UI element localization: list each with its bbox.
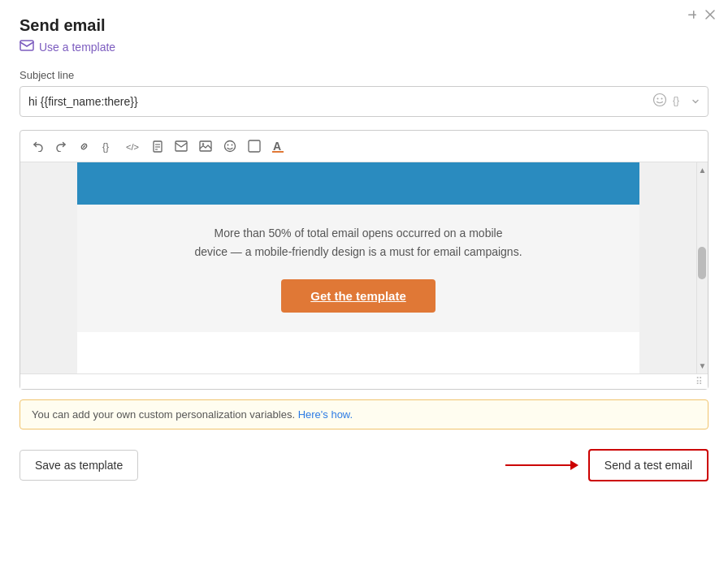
- email-blue-header: [77, 162, 639, 205]
- modal-content: Send email Use a template Subject line: [0, 0, 728, 498]
- editor-resize-handle[interactable]: ⠿: [20, 373, 708, 389]
- subject-input-wrapper: {}: [20, 86, 708, 117]
- red-arrow-indicator: [505, 460, 578, 470]
- svg-point-19: [228, 145, 229, 146]
- red-arrow-head: [570, 460, 578, 470]
- modal-title: Send email: [20, 16, 708, 35]
- text-color-button[interactable]: A: [268, 137, 288, 155]
- svg-point-5: [654, 94, 666, 106]
- email-body-text: More than 50% of total email opens occur…: [93, 224, 623, 261]
- svg-rect-0: [688, 15, 696, 16]
- svg-point-17: [202, 143, 204, 145]
- heres-how-link[interactable]: Here's how.: [298, 408, 353, 421]
- red-arrow-line: [505, 464, 570, 466]
- svg-rect-15: [176, 141, 187, 151]
- svg-text:</>: </>: [126, 142, 139, 152]
- get-template-button[interactable]: Get the template: [281, 279, 436, 313]
- scrollbar-thumb[interactable]: [698, 247, 706, 279]
- editor-content-area: ▲ ▼ More than 50% of total email opens o…: [20, 162, 708, 373]
- embed-button[interactable]: [244, 137, 265, 155]
- svg-rect-16: [200, 141, 211, 151]
- email-preview-panel: More than 50% of total email opens occur…: [77, 162, 639, 373]
- code-angle-button[interactable]: </>: [122, 137, 145, 155]
- save-as-template-button[interactable]: Save as template: [20, 450, 138, 481]
- envelope-template-icon: [20, 40, 34, 54]
- subject-line-label: Subject line: [20, 69, 708, 81]
- info-bar: You can add your own custom personalizat…: [20, 399, 708, 429]
- email-template-button[interactable]: [171, 138, 192, 154]
- emoji-toolbar-button[interactable]: [219, 137, 240, 155]
- editor-right-margin: [639, 162, 696, 373]
- modal-close-area: [687, 10, 715, 21]
- editor-left-margin: [20, 162, 77, 373]
- use-template-link[interactable]: Use a template: [39, 41, 115, 54]
- svg-text:A: A: [273, 140, 281, 153]
- svg-rect-4: [20, 41, 33, 50]
- svg-text:{}: {}: [102, 141, 109, 153]
- redo-button[interactable]: [51, 138, 71, 154]
- undo-button[interactable]: [28, 138, 48, 154]
- subject-input[interactable]: [28, 87, 652, 116]
- minimize-button[interactable]: [687, 10, 697, 21]
- link-button[interactable]: [74, 138, 94, 155]
- document-button[interactable]: [148, 138, 167, 155]
- emoji-icon[interactable]: [652, 93, 667, 110]
- image-button[interactable]: [195, 138, 216, 154]
- editor-wrapper: {} </>: [20, 130, 708, 390]
- scrollbar-arrow-down[interactable]: ▼: [699, 361, 707, 370]
- svg-rect-23: [272, 151, 284, 153]
- svg-point-20: [232, 145, 233, 146]
- svg-point-7: [661, 98, 663, 100]
- svg-text:{}: {}: [673, 95, 679, 106]
- editor-toolbar: {} </>: [20, 131, 708, 162]
- svg-point-18: [225, 141, 236, 152]
- svg-point-6: [657, 98, 659, 100]
- send-test-email-button[interactable]: Send a test email: [588, 449, 708, 481]
- email-body-section: More than 50% of total email opens occur…: [77, 205, 639, 332]
- use-template-row: Use a template: [20, 40, 708, 54]
- subject-input-icons: {}: [652, 93, 700, 110]
- scrollbar-arrow-up[interactable]: ▲: [699, 166, 707, 175]
- chevron-down-icon[interactable]: [691, 94, 700, 109]
- modal-container: Send email Use a template Subject line: [0, 0, 728, 574]
- svg-rect-1: [693, 11, 695, 19]
- editor-scrollbar[interactable]: ▲ ▼: [696, 162, 708, 373]
- svg-rect-21: [249, 140, 260, 152]
- close-button[interactable]: [705, 10, 715, 21]
- code-curly-button[interactable]: {}: [98, 137, 119, 155]
- modal-footer: Save as template Send a test email: [20, 442, 708, 481]
- footer-right: Send a test email: [505, 449, 708, 481]
- code-braces-icon[interactable]: {}: [672, 93, 687, 110]
